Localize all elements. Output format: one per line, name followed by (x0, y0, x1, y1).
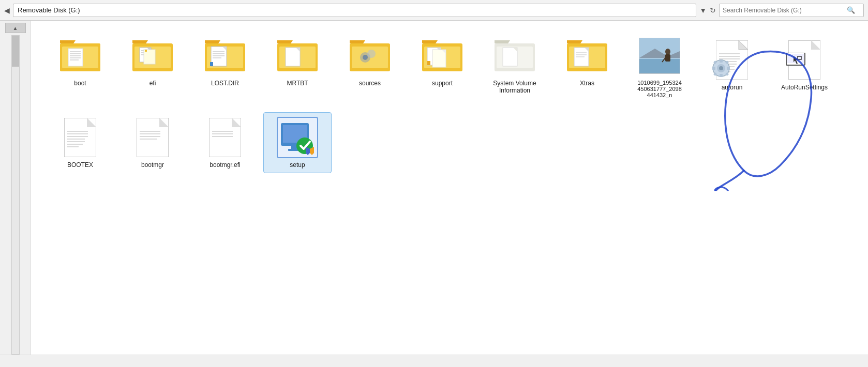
search-box[interactable]: 🔍 (719, 4, 864, 17)
svg-rect-85 (727, 67, 730, 70)
file-item-xtras[interactable]: Xtras (553, 31, 621, 102)
status-bar (0, 355, 868, 367)
main-layout: ▲ (0, 21, 868, 355)
svg-point-81 (719, 66, 723, 70)
svg-marker-31 (277, 40, 293, 43)
file-label-bootmgr: bootmgr (141, 161, 164, 169)
svg-point-65 (665, 49, 670, 55)
svg-rect-52 (503, 48, 517, 66)
scroll-up-button[interactable]: ▲ (5, 23, 26, 33)
file-label-image: 1010699_195324 450631777_2098 441432_n (637, 80, 682, 98)
svg-marker-50 (495, 40, 510, 43)
file-label-setup: setup (290, 161, 305, 169)
file-item-support[interactable]: support (409, 31, 476, 102)
folder-icon-sources (349, 35, 391, 77)
location-breadcrumb[interactable]: Removable Disk (G:) (13, 4, 696, 17)
svg-rect-66 (665, 54, 670, 62)
address-bar: ◀ Removable Disk (G:) ▼ ↻ 🔍 (0, 0, 868, 21)
file-label-support: support (432, 80, 453, 87)
svg-rect-23 (211, 47, 227, 66)
svg-rect-46 (432, 50, 446, 67)
svg-marker-2 (60, 40, 76, 43)
folder-icon-boot (59, 35, 101, 77)
folder-icon-support (422, 35, 463, 77)
file-item-image[interactable]: 1010699_195324 450631777_2098 441432_n (626, 31, 693, 102)
file-item-mrtbt[interactable]: MRTBT (264, 31, 331, 102)
file-item-setup[interactable]: setup (264, 113, 331, 173)
files-grid: boot (47, 31, 852, 173)
file-item-autorunsettings[interactable]: AutoRunSettings (771, 36, 838, 102)
svg-rect-84 (712, 67, 715, 70)
svg-rect-33 (286, 48, 300, 66)
folder-icon-lostdir (204, 35, 246, 77)
search-input[interactable] (723, 7, 847, 14)
file-item-boot[interactable]: boot (47, 31, 114, 102)
image-thumbnail (639, 38, 680, 74)
autorunsettings-icon (784, 40, 825, 81)
folder-icon-sysvolinfo (494, 35, 535, 77)
file-label-boot: boot (74, 80, 86, 87)
bootmgr-icon (132, 117, 173, 158)
file-label-sources: sources (359, 80, 381, 87)
file-item-bootmgr[interactable]: bootmgr (119, 113, 186, 173)
folder-icon-xtras (566, 35, 608, 77)
folder-icon-efi (132, 35, 173, 77)
svg-rect-18 (144, 50, 155, 64)
file-label-sysvolinfo: System Volume Information (493, 80, 536, 94)
svg-marker-11 (132, 40, 148, 43)
file-item-efi[interactable]: efi (119, 31, 186, 102)
svg-rect-63 (639, 59, 680, 73)
file-label-efi: efi (149, 80, 156, 87)
file-item-autorun[interactable]: autorun (698, 36, 766, 102)
location-text: Removable Disk (G:) (18, 6, 80, 14)
bootex-icon (59, 117, 101, 158)
file-label-bootmgrefi: bootmgr.efi (209, 161, 240, 169)
svg-marker-42 (422, 40, 438, 43)
file-item-sources[interactable]: sources (336, 31, 403, 102)
file-item-bootmgrefi[interactable]: bootmgr.efi (191, 113, 259, 173)
svg-rect-29 (210, 62, 213, 66)
image-thumbnail-icon (639, 35, 680, 77)
svg-rect-82 (720, 59, 723, 63)
svg-point-39 (367, 50, 376, 58)
scrollbar-area: ▲ (0, 21, 31, 355)
svg-point-40 (363, 55, 368, 60)
file-item-bootex[interactable]: BOOTEX (47, 113, 114, 173)
autorun-icon (712, 40, 752, 81)
file-label-bootex: BOOTEX (67, 161, 93, 169)
folder-icon-mrtbt (277, 35, 318, 77)
nav-back-arrow[interactable]: ◀ (4, 6, 10, 14)
file-label-mrtbt: MRTBT (287, 80, 308, 87)
file-label-lostdir: LOST.DIR (211, 80, 239, 87)
file-label-autorunsettings: AutoRunSettings (781, 84, 828, 91)
dropdown-arrow[interactable]: ▼ (699, 6, 707, 14)
file-label-xtras: Xtras (580, 80, 594, 87)
file-area: boot (31, 21, 868, 355)
search-icon[interactable]: 🔍 (847, 6, 855, 14)
svg-rect-19 (145, 50, 147, 52)
file-item-lostdir[interactable]: LOST.DIR (191, 31, 259, 102)
svg-rect-83 (720, 74, 723, 77)
file-item-sysvolinfo[interactable]: System Volume Information (481, 31, 548, 102)
scroll-thumb (12, 36, 19, 67)
svg-marker-55 (567, 40, 582, 43)
scroll-track[interactable] (11, 35, 20, 355)
bootmgrefi-icon (204, 117, 246, 158)
svg-rect-4 (68, 49, 83, 66)
setup-icon (277, 117, 318, 158)
svg-rect-48 (427, 61, 430, 65)
svg-marker-21 (205, 40, 220, 43)
file-label-autorun: autorun (722, 84, 743, 91)
refresh-button[interactable]: ↻ (710, 6, 716, 14)
svg-marker-36 (350, 40, 365, 43)
setup-icon-wrap (277, 117, 318, 158)
